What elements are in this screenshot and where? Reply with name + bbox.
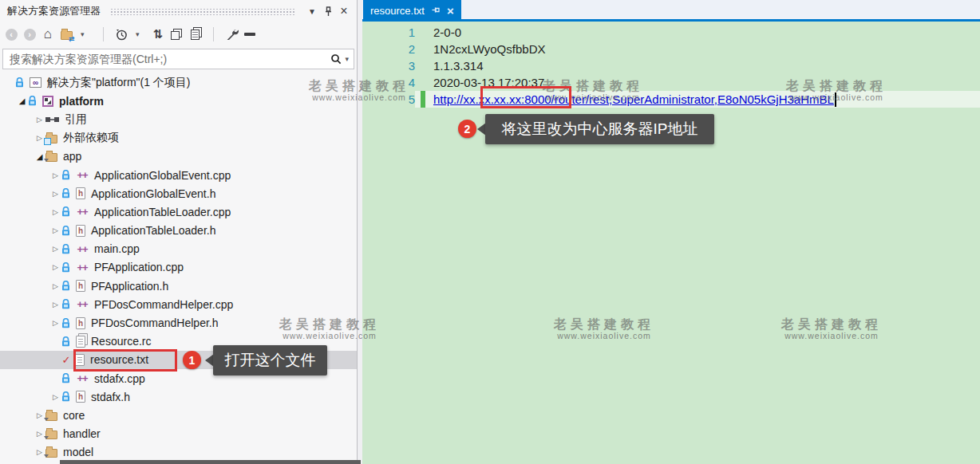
tree-item-handler[interactable]: ▷handler	[0, 425, 357, 443]
line-number: 1	[362, 26, 415, 39]
change-bar-empty	[421, 57, 425, 74]
references-icon	[45, 116, 59, 123]
change-bar-empty	[421, 41, 425, 57]
dropdown-caret-icon[interactable]: ▾	[132, 26, 148, 43]
tree-item-app[interactable]: ◢app	[0, 147, 357, 166]
tree-item-model[interactable]: ▷model	[0, 443, 357, 462]
lock-icon	[15, 77, 26, 88]
tree-item-applicationtableloader.h[interactable]: ▷ApplicationTableLoader.h	[0, 222, 357, 240]
tree-item-label: PFApplication.cpp	[94, 261, 184, 273]
forward-icon[interactable]: ›	[22, 26, 38, 43]
pin-icon[interactable]	[320, 3, 336, 19]
editor-tab-strip: resource.txt ×	[362, 0, 980, 22]
header-icon	[76, 391, 85, 403]
tree-item-label: PFApplication.h	[91, 280, 168, 293]
search-options-caret-icon[interactable]: ▾	[345, 55, 349, 63]
code-line-2[interactable]: 21N2cxLWyoQsfbbDX	[362, 41, 980, 57]
lock-icon	[61, 244, 72, 254]
tree-item-label: Resource.rc	[91, 335, 151, 348]
annotation-box-ip	[480, 86, 571, 108]
solution-explorer-panel: 解决方案资源管理器 ▼ × ‹›⌂⇄▾▾⇅ ▾ ∞解决方案"platform"(…	[0, 0, 358, 464]
change-bar-empty	[421, 74, 425, 91]
lock-icon	[61, 281, 72, 291]
tree-item-pfdoscommandhelper.cpp[interactable]: ▷++PFDosCommandHelper.cpp	[0, 295, 357, 313]
project-icon	[42, 96, 53, 107]
expander-expanded-icon[interactable]: ◢	[16, 96, 28, 105]
code-area[interactable]: 12-0-021N2cxLWyoQsfbbDX31.1.3.31442020-0…	[362, 24, 980, 108]
line-number: 2	[362, 42, 415, 56]
sync-with-active-document-icon[interactable]: ⇅	[150, 26, 166, 43]
lock-icon	[61, 262, 72, 273]
pending-changes-filter-icon[interactable]	[113, 26, 129, 43]
lock-icon	[61, 170, 72, 180]
close-icon[interactable]: ×	[336, 3, 352, 19]
tree-item-label: ApplicationTableLoader.cpp	[94, 206, 231, 218]
folder-icon	[45, 410, 57, 421]
tree-item-label: 解决方案"platform"(1 个项目)	[47, 76, 191, 90]
expander-collapsed-icon[interactable]: ▷	[49, 263, 61, 271]
tree-item-stdafx.h[interactable]: ▷stdafx.h	[0, 387, 357, 406]
expander-collapsed-icon[interactable]: ▷	[34, 116, 45, 124]
tree-item-applicationglobalevent.cpp[interactable]: ▷++ApplicationGlobalEvent.cpp	[0, 166, 357, 184]
code-line-5[interactable]: 5http://xx.xx.xx.xx:8000/router/rest,Sup…	[362, 91, 980, 108]
tree-item-label: PFDosCommandHelper.cpp	[94, 298, 233, 311]
tree-item--[interactable]: ▷引用	[0, 110, 357, 128]
expander-collapsed-icon[interactable]: ▷	[49, 208, 61, 216]
rc-icon	[76, 336, 85, 348]
search-box: ▾	[2, 49, 354, 69]
expander-collapsed-icon[interactable]: ▷	[49, 319, 61, 327]
line-number: 3	[362, 59, 415, 73]
cpp-icon: ++	[76, 372, 89, 384]
search-input[interactable]	[10, 53, 330, 65]
dropdown-caret-icon[interactable]: ▾	[77, 26, 93, 43]
show-all-files-icon[interactable]	[187, 26, 203, 43]
tab-close-icon[interactable]: ×	[447, 5, 454, 17]
expander-collapsed-icon[interactable]: ▷	[49, 301, 61, 309]
tree-item-core[interactable]: ▷core	[0, 406, 357, 424]
tab-resource-txt[interactable]: resource.txt ×	[363, 0, 461, 22]
check-icon: ✓	[61, 354, 71, 366]
tree-item-label: model	[63, 446, 93, 458]
expander-collapsed-icon[interactable]: ▷	[49, 226, 61, 234]
tree-item-pfdoscommandhelper.h[interactable]: ▷PFDosCommandHelper.h	[0, 313, 357, 332]
expander-collapsed-icon[interactable]: ▷	[49, 393, 61, 401]
tab-label: resource.txt	[370, 5, 425, 17]
cpp-icon: ++	[76, 243, 89, 255]
tree-item-pfapplication.h[interactable]: ▷PFApplication.h	[0, 277, 357, 295]
line-number: 5	[362, 92, 415, 106]
preview-selected-items-icon[interactable]	[242, 26, 258, 43]
tab-pin-icon[interactable]	[431, 6, 441, 15]
tree-item--[interactable]: ▷外部依赖项	[0, 129, 357, 147]
tree-item-main.cpp[interactable]: ▷++main.cpp	[0, 240, 357, 258]
expander-collapsed-icon[interactable]: ▷	[49, 171, 61, 179]
window-position-caret-icon[interactable]: ▼	[304, 3, 320, 19]
collapse-all-icon[interactable]	[168, 26, 184, 43]
tree-item-applicationtableloader.cpp[interactable]: ▷++ApplicationTableLoader.cpp	[0, 203, 357, 221]
code-line-content: 2-0-0	[415, 24, 980, 41]
expander-collapsed-icon[interactable]: ▷	[49, 245, 61, 253]
tree-item-platform[interactable]: ◢platform	[0, 92, 357, 110]
lock-icon	[61, 391, 72, 402]
code-line-1[interactable]: 12-0-0	[362, 24, 980, 41]
header-icon	[76, 280, 85, 292]
code-text: 1.1.3.314	[433, 59, 484, 73]
code-line-3[interactable]: 31.1.3.314	[362, 57, 980, 74]
tree-item-pfapplication.cpp[interactable]: ▷++PFApplication.cpp	[0, 258, 357, 277]
tree-item-label: ApplicationTableLoader.h	[91, 224, 215, 237]
solution-tree: ∞解决方案"platform"(1 个项目)◢platform▷引用▷外部依赖项…	[0, 73, 357, 462]
back-icon[interactable]: ‹	[3, 26, 19, 43]
search-icon[interactable]	[330, 53, 342, 65]
code-line-4[interactable]: 42020-03-13 17:20:37	[362, 74, 980, 91]
solution-explorer-toolbar: ‹›⌂⇄▾▾⇅	[0, 22, 357, 46]
home-icon[interactable]: ⌂	[40, 26, 56, 43]
change-bar	[421, 91, 425, 108]
header-icon	[76, 225, 85, 237]
lock-icon	[61, 188, 72, 199]
expander-collapsed-icon[interactable]: ▷	[49, 282, 61, 290]
cpp-icon: ++	[76, 298, 89, 310]
expander-collapsed-icon[interactable]: ▷	[49, 190, 61, 198]
switch-views-icon[interactable]: ⇄	[58, 26, 74, 43]
tree-item-applicationglobalevent.h[interactable]: ▷ApplicationGlobalEvent.h	[0, 184, 357, 203]
tree-item--platform-1-[interactable]: ∞解决方案"platform"(1 个项目)	[0, 73, 357, 92]
properties-wrench-icon[interactable]	[223, 26, 239, 43]
